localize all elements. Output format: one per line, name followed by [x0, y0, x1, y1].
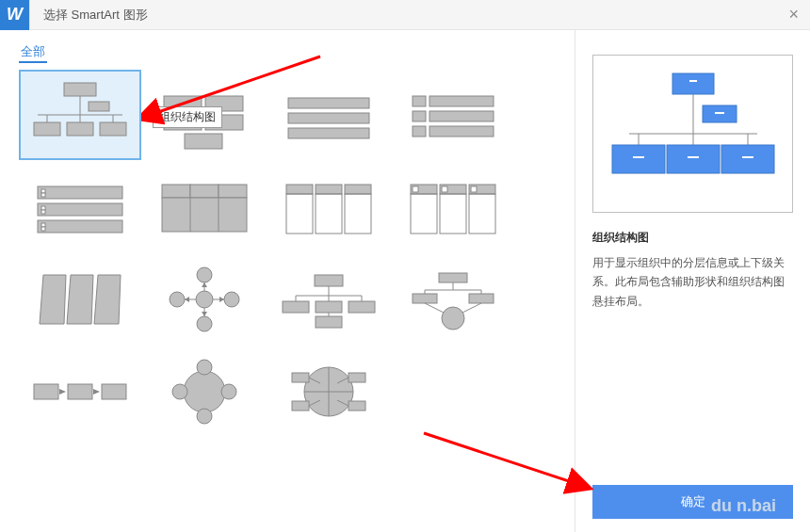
svg-rect-23 [413, 126, 426, 137]
svg-rect-75 [348, 301, 375, 313]
svg-rect-27 [38, 220, 122, 233]
svg-rect-120 [667, 145, 720, 173]
svg-rect-109 [672, 73, 714, 94]
grid-item-table-list[interactable] [143, 162, 266, 252]
titlebar: W 选择 SmartArt 图形 × [0, 0, 810, 30]
grid-item-picture-caption-list[interactable] [392, 162, 514, 252]
svg-rect-90 [102, 384, 126, 399]
svg-rect-42 [345, 185, 371, 194]
svg-point-97 [221, 384, 236, 399]
svg-rect-50 [469, 185, 495, 194]
svg-marker-66 [219, 297, 224, 302]
svg-rect-44 [316, 194, 342, 234]
close-button[interactable]: × [788, 5, 799, 24]
svg-rect-32 [41, 223, 45, 227]
svg-rect-33 [41, 227, 45, 231]
dialog-body: 全部 [0, 30, 810, 532]
svg-rect-22 [429, 111, 494, 121]
svg-rect-49 [442, 186, 447, 192]
svg-point-93 [184, 371, 225, 412]
watermark: du n.bai [711, 496, 776, 516]
svg-rect-24 [429, 126, 494, 137]
svg-point-98 [304, 367, 353, 416]
svg-rect-36 [219, 185, 247, 198]
grid-item-trapezoid-list[interactable] [19, 254, 141, 345]
svg-rect-73 [283, 301, 309, 313]
svg-rect-45 [345, 194, 371, 234]
svg-rect-31 [41, 210, 45, 214]
svg-rect-89 [68, 384, 92, 399]
svg-rect-29 [41, 193, 45, 197]
grid-item-balance-hierarchy[interactable] [392, 254, 514, 345]
svg-rect-76 [316, 316, 342, 328]
preview-image [592, 55, 793, 213]
svg-rect-2 [89, 102, 109, 111]
dialog-title: 选择 SmartArt 图形 [43, 7, 148, 24]
svg-line-106 [337, 378, 348, 383]
svg-rect-30 [41, 206, 45, 210]
svg-rect-16 [288, 98, 369, 108]
svg-marker-57 [94, 275, 121, 324]
svg-line-107 [309, 400, 320, 406]
svg-rect-104 [348, 401, 365, 411]
svg-line-87 [462, 303, 481, 313]
app-logo: W [0, 0, 30, 30]
svg-rect-47 [413, 186, 418, 192]
svg-rect-15 [185, 134, 222, 149]
svg-rect-17 [288, 113, 369, 123]
svg-rect-40 [286, 185, 313, 194]
svg-rect-9 [67, 122, 93, 136]
gallery-pane: 全部 [0, 30, 575, 532]
svg-rect-88 [34, 384, 58, 399]
svg-point-85 [442, 307, 464, 330]
svg-point-59 [197, 267, 212, 282]
grid-item-diverging-radial[interactable] [143, 254, 266, 345]
svg-marker-92 [93, 389, 100, 395]
grid-item-basic-process[interactable] [19, 347, 141, 437]
svg-rect-0 [64, 83, 96, 96]
category-tabs: 全部 [19, 43, 556, 60]
grid-item-radial-cycle[interactable] [143, 347, 266, 437]
svg-rect-101 [292, 373, 309, 382]
svg-rect-119 [612, 145, 665, 173]
svg-rect-121 [721, 145, 774, 173]
svg-point-58 [196, 291, 213, 308]
svg-rect-21 [413, 111, 426, 121]
svg-rect-8 [34, 122, 60, 136]
grid-item-horizontal-hierarchy[interactable] [267, 254, 390, 345]
tab-all[interactable]: 全部 [19, 41, 47, 63]
svg-rect-46 [411, 185, 437, 194]
item-tooltip: 组织结构图 [153, 106, 222, 128]
grid-item-segmented-cycle[interactable] [267, 347, 390, 437]
svg-marker-55 [40, 275, 66, 324]
svg-rect-18 [288, 128, 369, 138]
ok-button[interactable]: 确定 du n.bai [592, 485, 793, 519]
svg-point-62 [224, 292, 239, 307]
svg-rect-67 [315, 275, 343, 286]
svg-rect-10 [100, 122, 126, 136]
svg-rect-43 [286, 194, 313, 234]
grid-item-basic-block-list[interactable] [267, 70, 390, 160]
svg-marker-64 [202, 312, 207, 316]
svg-marker-91 [59, 389, 66, 395]
svg-point-95 [197, 409, 212, 424]
grid-item-vertical-bullet-list[interactable] [19, 162, 141, 252]
svg-rect-103 [292, 401, 309, 411]
grid-item-vertical-picture-list[interactable] [392, 70, 514, 160]
preview-title: 组织结构图 [592, 230, 793, 246]
svg-point-60 [197, 316, 212, 331]
svg-rect-52 [411, 194, 437, 234]
svg-rect-34 [162, 185, 190, 198]
svg-rect-26 [38, 203, 122, 216]
grid-item-org-chart[interactable] [19, 70, 141, 160]
svg-marker-65 [185, 297, 189, 302]
smartart-grid [19, 70, 556, 437]
svg-line-108 [337, 400, 348, 406]
grid-item-horizontal-bullet-list[interactable] [267, 162, 390, 252]
svg-rect-74 [316, 301, 342, 313]
svg-line-86 [425, 303, 444, 313]
svg-point-94 [197, 360, 212, 375]
svg-rect-51 [471, 186, 477, 192]
svg-rect-19 [413, 96, 426, 106]
svg-rect-102 [348, 373, 365, 382]
